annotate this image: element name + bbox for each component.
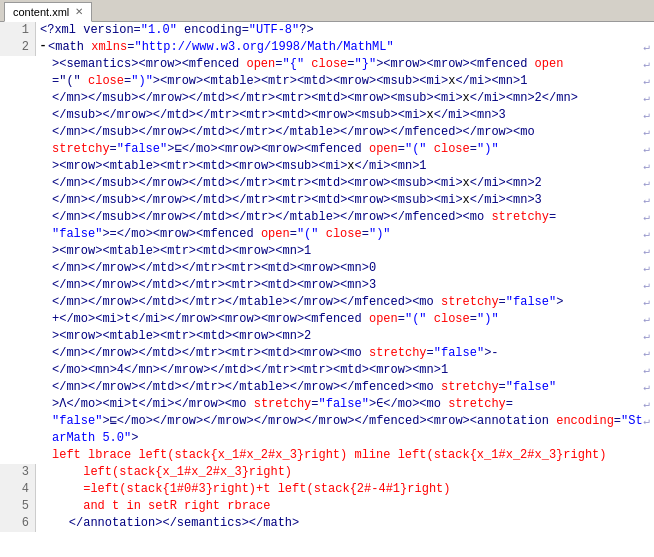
wrap-arrow-2g: ↵ bbox=[643, 141, 650, 158]
line-number-5: 5 bbox=[0, 498, 36, 515]
line-code-3: left(stack{x_1#x_2#x_3}right) bbox=[36, 464, 654, 481]
line-2-wrap6: stretchy="false">⊑</mo><mrow><mrow><mfen… bbox=[52, 141, 643, 158]
line-1-text: <?xml version="1.0" encoding="UTF-8"?> bbox=[40, 22, 650, 39]
line-2-wrap10: </mn></msub></mrow></mtd></mtr></mtable>… bbox=[52, 209, 643, 226]
line-code-5: and t in setR right rbrace bbox=[36, 498, 654, 515]
wrap-arrow-2i: ↵ bbox=[643, 175, 650, 192]
wrap-arrow-2r: ↵ bbox=[643, 328, 650, 345]
line-row-4: 4 =left(stack{1#0#3}right)+t left(stack{… bbox=[0, 481, 654, 498]
wrap-arrow-2u: ↵ bbox=[643, 379, 650, 396]
tab-bar: content.xml ✕ bbox=[0, 0, 654, 22]
line-row-5: 5 and t in setR right rbrace bbox=[0, 498, 654, 515]
line-2-wrap8: </mn></msub></mrow></mtd></mtr><mtr><mtd… bbox=[52, 175, 643, 192]
line-2-wrap20: </mn></mrow></mtd></mtr></mtable></mrow>… bbox=[52, 379, 643, 396]
line-2-wrap12: ><mrow><mtable><mtr><mtd><mrow><mn>1 bbox=[52, 243, 643, 260]
wrap-arrow-2n: ↵ bbox=[643, 260, 650, 277]
wrap-arrow-2h: ↵ bbox=[643, 158, 650, 175]
line-2-wrap22: "false">⊑</mo></mrow></mrow></mrow></mro… bbox=[52, 413, 643, 447]
line-row-2: 2 ⁃ <math xmlns="http://www.w3.org/1998/… bbox=[0, 39, 654, 464]
line-2-wrap11: "false">=</mo><mrow><mfenced open="(" cl… bbox=[52, 226, 643, 243]
line-2-wrap5: </mn></msub></mrow></mtd></mtr></mtable>… bbox=[52, 124, 643, 141]
line-2-wrap1: ><semantics><mrow><mfenced open="{" clos… bbox=[52, 56, 643, 73]
line-2-wrap13: </mn></mrow></mtd></mtr><mtr><mtd><mrow>… bbox=[52, 260, 643, 277]
line-2-wrap23: left lbrace left(stack{x_1#x_2#x_3}right… bbox=[52, 447, 650, 464]
line-2-wrap9: </mn></msub></mrow></mtd></mtr><mtr><mtd… bbox=[52, 192, 643, 209]
wrap-arrow-2b: ↵ bbox=[643, 56, 650, 73]
wrap-arrow-2l: ↵ bbox=[643, 226, 650, 243]
line-code-1: <?xml version="1.0" encoding="UTF-8"?> bbox=[36, 22, 654, 39]
line-code-6: </annotation></semantics></math> bbox=[36, 515, 654, 532]
wrap-arrow-2q: ↵ bbox=[643, 311, 650, 328]
line-3-text: left(stack{x_1#x_2#x_3}right) bbox=[40, 464, 650, 481]
line-4-text: =left(stack{1#0#3}right)+t left(stack{2#… bbox=[40, 481, 650, 498]
wrap-arrow-2v: ↵ bbox=[643, 396, 650, 413]
line-2-wrap17: ><mrow><mtable><mtr><mtd><mrow><mn>2 bbox=[52, 328, 643, 345]
tab-content-xml[interactable]: content.xml ✕ bbox=[4, 2, 92, 22]
wrap-arrow-2c: ↵ bbox=[643, 73, 650, 90]
line-5-text: and t in setR right rbrace bbox=[40, 498, 650, 515]
line-code-2: ⁃ <math xmlns="http://www.w3.org/1998/Ma… bbox=[36, 39, 654, 464]
tab-close-icon[interactable]: ✕ bbox=[75, 6, 83, 17]
line-2-wrap4: </msub></mrow></mtd></mtr><mtr><mtd><mro… bbox=[52, 107, 643, 124]
line-row-1: 1 <?xml version="1.0" encoding="UTF-8"?> bbox=[0, 22, 654, 39]
line-2-wrap14: </mn></mrow></mtd></mtr><mtr><mtd><mrow>… bbox=[52, 277, 643, 294]
wrap-arrow-2s: ↵ bbox=[643, 345, 650, 362]
wrap-arrow-2j: ↵ bbox=[643, 192, 650, 209]
wrap-arrow-2o: ↵ bbox=[643, 277, 650, 294]
wrap-arrow-2m: ↵ bbox=[643, 243, 650, 260]
tab-label: content.xml bbox=[13, 6, 69, 18]
line-code-4: =left(stack{1#0#3}right)+t left(stack{2#… bbox=[36, 481, 654, 498]
wrap-arrow-2p: ↵ bbox=[643, 294, 650, 311]
wrap-arrow-2f: ↵ bbox=[643, 124, 650, 141]
wrap-arrow-2e: ↵ bbox=[643, 107, 650, 124]
line-row-3: 3 left(stack{x_1#x_2#x_3}right) bbox=[0, 464, 654, 481]
editor-body: 1 <?xml version="1.0" encoding="UTF-8"?>… bbox=[0, 22, 654, 557]
line-2-wrap21: >Λ</mo><mi>t</mi></mrow><mo stretchy="fa… bbox=[52, 396, 643, 413]
line-2-content: <math xmlns="http://www.w3.org/1998/Math… bbox=[48, 39, 643, 56]
line-number-2: 2 bbox=[0, 39, 36, 56]
code-editor[interactable]: 1 <?xml version="1.0" encoding="UTF-8"?>… bbox=[0, 22, 654, 557]
wrap-arrow-2a: ↵ bbox=[643, 39, 650, 56]
collapse-icon-2[interactable]: ⁃ bbox=[40, 39, 46, 56]
wrap-arrow-2w: ↵ bbox=[643, 413, 650, 447]
line-number-1: 1 bbox=[0, 22, 36, 39]
line-2-wrap19: </mo><mn>4</mn></mrow></mtd></mtr><mtr><… bbox=[52, 362, 643, 379]
wrap-arrow-2d: ↵ bbox=[643, 90, 650, 107]
line-row-6: 6 </annotation></semantics></math> bbox=[0, 515, 654, 532]
line-number-4: 4 bbox=[0, 481, 36, 498]
line-number-3: 3 bbox=[0, 464, 36, 481]
wrap-arrow-2t: ↵ bbox=[643, 362, 650, 379]
wrap-arrow-2k: ↵ bbox=[643, 209, 650, 226]
line-2-wrap18: </mn></mrow></mtd></mtr><mtr><mtd><mrow>… bbox=[52, 345, 643, 362]
line-6-text: </annotation></semantics></math> bbox=[40, 515, 650, 532]
line-2-wrap16: +</mo><mi>t</mi></mrow><mrow><mrow><mfen… bbox=[52, 311, 643, 328]
editor-window: content.xml ✕ 1 <?xml version="1.0" enco… bbox=[0, 0, 654, 557]
line-2-wrap7: ><mrow><mtable><mtr><mtd><mrow><msub><mi… bbox=[52, 158, 643, 175]
line-2-wrap2: ="(" close=")"><mrow><mtable><mtr><mtd><… bbox=[52, 73, 643, 90]
line-2-wrap3: </mn></msub></mrow></mtd></mtr><mtr><mtd… bbox=[52, 90, 643, 107]
line-2-wrap15: </mn></mrow></mtd></mtr></mtable></mrow>… bbox=[52, 294, 643, 311]
line-number-6: 6 bbox=[0, 515, 36, 532]
